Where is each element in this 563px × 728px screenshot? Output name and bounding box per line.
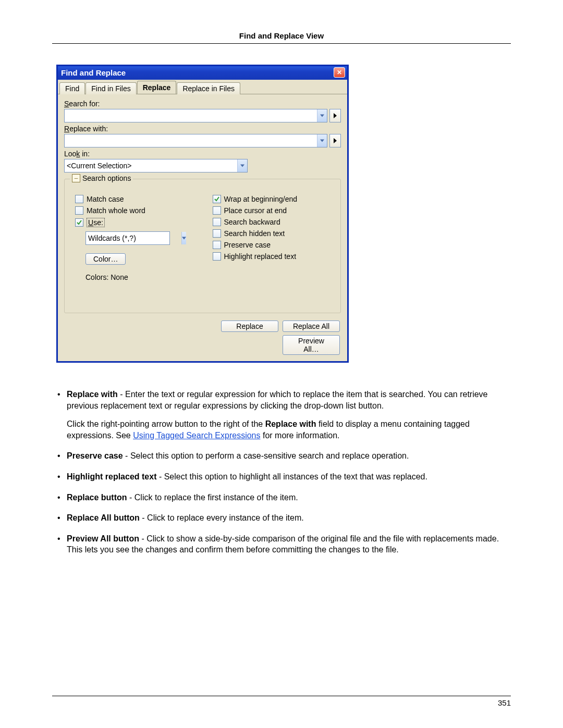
tab-replace-in-files[interactable]: Replace in Files (177, 82, 240, 94)
use-mode-input[interactable] (86, 232, 181, 244)
group-legend: – Search options (70, 174, 133, 182)
replace-with-label: Replace with: (64, 125, 341, 133)
search-for-menu-button[interactable] (329, 109, 341, 122)
tab-replace[interactable]: Replace (137, 81, 177, 94)
tab-find[interactable]: Find (59, 82, 85, 94)
search-for-label: Search for: (64, 100, 341, 108)
chevron-down-icon (182, 237, 186, 240)
close-button[interactable]: ✕ (334, 67, 345, 78)
description-prose: Replace with - Enter the text or regular… (52, 389, 511, 556)
find-replace-dialog: Find and Replace ✕ Find Find in Files Re… (56, 65, 349, 363)
place-cursor-checkbox[interactable]: Place cursor at end (213, 206, 335, 215)
replace-with-input[interactable] (65, 134, 317, 147)
tab-find-in-files[interactable]: Find in Files (85, 82, 136, 94)
replace-all-button[interactable]: Replace All (283, 320, 340, 332)
titlebar: Find and Replace ✕ (58, 66, 347, 80)
check-icon (77, 220, 82, 225)
color-button[interactable]: Color… (85, 253, 126, 265)
replace-panel: Search for: Replace with: (58, 94, 347, 361)
triangle-right-icon (334, 138, 337, 143)
match-case-checkbox[interactable]: Match case (75, 195, 197, 203)
bullet-replace-button: Replace button - Click to replace the fi… (52, 492, 511, 503)
page-header-title: Find and Replace View (52, 31, 511, 44)
tab-strip: Find Find in Files Replace Replace in Fi… (58, 80, 347, 94)
replace-with-dropdown[interactable] (317, 134, 327, 147)
chevron-down-icon (320, 114, 324, 117)
use-mode-combo[interactable] (85, 231, 170, 245)
bullet-replace-with-sub: Click the right-pointing arrow button to… (67, 418, 511, 441)
look-in-combo[interactable] (64, 159, 248, 172)
chevron-down-icon (320, 139, 324, 142)
bullet-preserve-case: Preserve case - Select this option to pe… (52, 450, 511, 462)
wrap-checkbox[interactable]: Wrap at beginning/end (213, 195, 335, 203)
replace-with-menu-button[interactable] (329, 134, 341, 147)
chevron-down-icon (240, 164, 244, 167)
search-hidden-checkbox[interactable]: Search hidden text (213, 229, 335, 238)
search-for-input[interactable] (65, 109, 317, 122)
use-mode-dropdown[interactable] (181, 232, 186, 244)
search-for-combo[interactable] (64, 109, 327, 122)
page-number: 351 (52, 696, 511, 707)
minus-icon: – (75, 175, 78, 181)
look-in-input[interactable] (65, 159, 237, 172)
look-in-label: Look in: (64, 150, 341, 158)
group-legend-label: Search options (82, 174, 131, 182)
look-in-dropdown[interactable] (237, 159, 247, 172)
search-backward-checkbox[interactable]: Search backward (213, 218, 335, 226)
use-label-focused: Use: (87, 218, 105, 227)
check-icon (214, 196, 219, 202)
replace-button[interactable]: Replace (221, 320, 278, 332)
collapse-toggle[interactable]: – (72, 174, 80, 182)
match-whole-word-checkbox[interactable]: Match whole word (75, 206, 197, 215)
use-checkbox[interactable]: Use: (75, 218, 197, 227)
replace-with-combo[interactable] (64, 134, 327, 147)
close-icon: ✕ (337, 69, 342, 76)
tagged-expressions-link[interactable]: Using Tagged Search Expressions (133, 431, 260, 440)
preserve-case-checkbox[interactable]: Preserve case (213, 241, 335, 249)
triangle-right-icon (334, 113, 337, 118)
bullet-highlight-replaced: Highlight replaced text - Select this op… (52, 471, 511, 483)
bullet-replace-with: Replace with - Enter the text or regular… (52, 389, 511, 441)
highlight-replaced-checkbox[interactable]: Highlight replaced text (213, 252, 335, 261)
search-options-group: – Search options Match case Match whole … (64, 179, 341, 313)
search-for-dropdown[interactable] (317, 109, 327, 122)
colors-status: Colors: None (85, 273, 197, 281)
dialog-title: Find and Replace (61, 68, 126, 77)
preview-all-button[interactable]: Preview All… (283, 335, 340, 355)
bullet-replace-all-button: Replace All button - Click to replace ev… (52, 512, 511, 524)
dialog-footer: Replace Replace All Preview All… (64, 320, 341, 355)
bullet-preview-all-button: Preview All button - Click to show a sid… (52, 533, 511, 556)
